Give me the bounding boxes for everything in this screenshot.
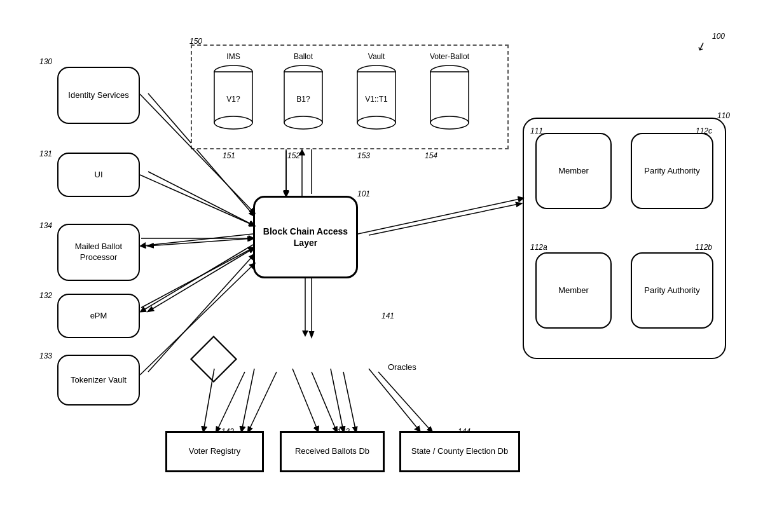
voter-registry-node: Voter Registry	[165, 431, 264, 472]
oracle-diamond-5	[190, 336, 237, 383]
ims-cylinder-svg: V1?	[211, 62, 256, 132]
ims-cylinder-group: IMS V1?	[211, 52, 256, 135]
svg-line-3	[148, 248, 254, 311]
svg-text:V1?: V1?	[226, 95, 240, 104]
svg-line-1	[148, 172, 254, 226]
received-ballots-node: Received Ballots Db	[280, 431, 385, 472]
voter-ballot-cylinder-group: Voter-Ballot	[427, 52, 472, 135]
diagram-container: 100 ↙ 130 Identity Services 131 UI 134 M…	[0, 0, 763, 532]
ref-100-arrow: ↙	[694, 38, 708, 55]
database-group: IMS V1? Ballot B1? Vault	[191, 44, 509, 149]
ref-130: 130	[39, 57, 52, 66]
mailed-ballot-node: Mailed Ballot Processor	[57, 224, 140, 281]
vault-cylinder-svg: V1::T1	[354, 62, 399, 132]
state-county-node: State / County Election Db	[399, 431, 520, 472]
ref-101: 101	[357, 189, 370, 198]
vault-cylinder-group: Vault V1::T1	[354, 52, 399, 135]
svg-line-38	[358, 198, 523, 234]
ref-153: 153	[357, 151, 370, 160]
ballot-cylinder-svg: B1?	[281, 62, 326, 132]
oracles-label: Oracles	[388, 362, 416, 372]
parity2-node: Parity Authority	[631, 252, 713, 329]
oracles-group	[197, 337, 407, 381]
ref-112a: 112a	[530, 243, 547, 252]
ref-131: 131	[39, 149, 52, 158]
svg-point-20	[284, 116, 322, 129]
ballot-cylinder-group: Ballot B1?	[281, 52, 326, 135]
svg-line-30	[140, 175, 254, 226]
ref-151: 151	[223, 151, 235, 160]
ref-133: 133	[39, 351, 52, 360]
parity1-node: Parity Authority	[631, 133, 713, 209]
svg-point-16	[214, 116, 252, 129]
svg-rect-27	[430, 72, 469, 123]
ui-node: UI	[57, 153, 140, 197]
identity-services-node: Identity Services	[57, 67, 140, 124]
member2-node: Member	[535, 252, 612, 329]
svg-line-2	[148, 238, 253, 246]
svg-line-31	[141, 234, 253, 246]
svg-line-6	[369, 203, 521, 235]
ref-134: 134	[39, 221, 52, 230]
epm-node: ePM	[57, 294, 140, 338]
ref-100: 100	[712, 32, 725, 41]
ref-152: 152	[287, 151, 300, 160]
svg-line-34	[141, 248, 253, 308]
svg-text:V1::T1: V1::T1	[365, 95, 388, 104]
ref-154: 154	[425, 151, 437, 160]
ref-110: 110	[717, 111, 730, 120]
member1-node: Member	[535, 133, 612, 209]
svg-text:B1?: B1?	[296, 95, 310, 104]
member-group: 111 Member 112c Parity Authority 112a Me…	[523, 118, 726, 359]
ref-141: 141	[382, 311, 394, 320]
ref-112b: 112b	[695, 243, 712, 252]
svg-line-33	[141, 245, 253, 311]
tokenizer-vault-node: Tokenizer Vault	[57, 355, 140, 406]
ref-132: 132	[39, 291, 52, 300]
svg-point-24	[357, 116, 395, 129]
voter-ballot-cylinder-svg	[427, 62, 472, 132]
svg-point-28	[430, 116, 469, 129]
blockchain-node: Block Chain Access Layer	[253, 196, 358, 278]
